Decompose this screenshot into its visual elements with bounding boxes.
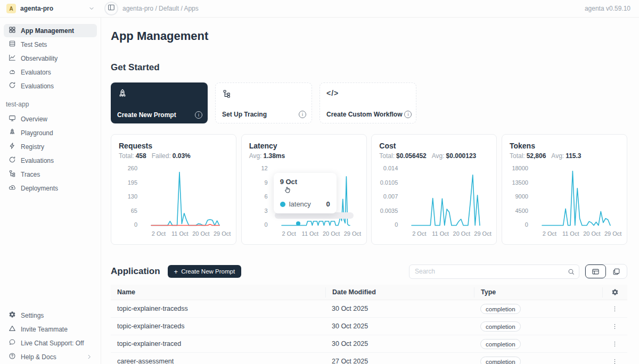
app-name: topic-explainer-traceds (111, 322, 325, 330)
flow-icon (222, 89, 306, 99)
card-label: Create New Prompt (117, 111, 176, 119)
stat: Avg:$0.000123 (432, 152, 477, 160)
sidebar-item-evaluations[interactable]: Evaluations (4, 79, 97, 93)
y-tick-label: 0 (395, 221, 398, 228)
sidebar-item-deployments[interactable]: Deployments (4, 181, 97, 195)
create-custom-workflow-card[interactable]: </> Create Custom Workflow i (320, 82, 416, 123)
application-heading: Application (111, 266, 160, 277)
sidebar-item-label: Traces (21, 171, 40, 178)
bolt-icon (9, 142, 16, 151)
info-icon[interactable]: i (404, 111, 412, 118)
table-header: Name Date Modified Type (111, 285, 627, 300)
gear-icon[interactable] (611, 288, 619, 296)
sidebar-item-label: Help & Docs (21, 353, 56, 361)
series-dot (280, 202, 285, 207)
get-started-heading: Get Started (111, 62, 627, 73)
row-menu-button[interactable] (611, 341, 618, 348)
y-tick-label: 130 (128, 193, 137, 200)
table-row[interactable]: topic-explainer-traceds 30 Oct 2025 comp… (111, 318, 627, 335)
set-up-tracing-card[interactable]: Set Up Tracing i (215, 82, 312, 123)
requests-plot: 260195130650 (119, 165, 228, 228)
type-badge: completion (480, 304, 521, 314)
sidebar-item-traces[interactable]: Traces (4, 168, 97, 181)
x-tick-label: 2 Oct (543, 230, 556, 237)
sidebar-collapse-button[interactable] (104, 2, 118, 15)
requests-chart-card: Requests Total:458 Failed:0.03% 26019513… (111, 134, 236, 245)
date-modified: 27 Oct 2025 (325, 358, 474, 364)
sidebar-item-observability[interactable]: Observability (4, 52, 97, 65)
y-tick-label: 9000 (515, 193, 528, 200)
sidebar-item-label: Deployments (21, 185, 58, 192)
latency-chart-card: Latency Avg:1.38ms 129630 2 Oct11 Oct20 … (241, 134, 367, 245)
y-tick-label: 0 (525, 221, 528, 228)
info-icon[interactable]: i (195, 111, 202, 119)
sidebar-item-invite-teammate[interactable]: Invite Teammate (4, 322, 97, 336)
workspace-selector[interactable]: A agenta-pro (0, 4, 101, 13)
search-input[interactable] (415, 268, 568, 275)
rocket-icon (117, 88, 202, 99)
tokens-chart-card: Tokens Total:52,806 Avg:115.3 1800013500… (502, 134, 627, 245)
stat: Total:52,806 (510, 152, 546, 160)
top-bar: A agenta-pro agenta-pro / Default / Apps… (0, 0, 639, 18)
sidebar-item-live-chat[interactable]: Live Chat Support: Off (4, 336, 97, 350)
sidebar-item-label: Live Chat Support: Off (21, 340, 84, 347)
type-badge: completion (480, 339, 521, 349)
row-menu-button[interactable] (611, 305, 618, 312)
sidebar-item-label: App Management (21, 27, 74, 35)
sidebar-item-help-docs[interactable]: Help & Docs (4, 350, 97, 363)
requests-line-chart (150, 167, 222, 226)
card-label: Create Custom Workflow (326, 111, 402, 118)
x-tick-label: 20 Oct (583, 230, 600, 237)
search-icon[interactable] (568, 268, 575, 275)
stat: Total:458 (119, 152, 146, 160)
sidebar-item-app-evaluations[interactable]: Evaluations (4, 154, 97, 167)
card-view-button[interactable] (606, 264, 627, 278)
tooltip-series: latency (289, 200, 311, 208)
cost-plot: 0.0140.01050.0070.00350 (379, 165, 489, 228)
x-tick-label: 29 Oct (214, 230, 231, 237)
table-view-button[interactable] (585, 264, 606, 278)
date-modified: 30 Oct 2025 (325, 305, 474, 312)
column-header-date-modified[interactable]: Date Modified (325, 287, 474, 297)
sidebar-item-settings[interactable]: Settings (4, 309, 97, 322)
y-tick-label: 13500 (512, 179, 528, 186)
create-new-prompt-card[interactable]: Create New Prompt i (111, 82, 208, 123)
cost-line-chart (411, 167, 482, 226)
app-name: topic-explainer-traced (111, 340, 325, 348)
hover-point (296, 221, 300, 226)
type-cell: completion (474, 305, 602, 312)
workspace-avatar: A (6, 4, 16, 13)
gear-icon (9, 311, 16, 320)
y-tick-label: 65 (131, 208, 137, 214)
sidebar-item-playground[interactable]: Playground (4, 126, 97, 139)
type-cell: completion (474, 340, 602, 348)
sidebar-item-label: Registry (21, 143, 44, 151)
grid-icon (9, 26, 16, 35)
x-tick-label: 20 Oct (453, 230, 470, 237)
sidebar-item-overview[interactable]: Overview (4, 112, 97, 126)
type-cell: completion (474, 358, 602, 364)
info-icon[interactable]: i (299, 111, 306, 118)
sidebar-item-registry[interactable]: Registry (4, 140, 97, 153)
monitor-icon (9, 114, 16, 123)
table-row[interactable]: career-assessment 27 Oct 2025 completion (111, 353, 627, 364)
column-header-name[interactable]: Name (111, 288, 325, 296)
sidebar-item-test-sets[interactable]: Test Sets (4, 38, 97, 51)
y-tick-label: 195 (128, 179, 137, 186)
sidebar-item-evaluators[interactable]: Evaluators (4, 65, 97, 79)
row-menu-button[interactable] (611, 358, 618, 364)
table-row[interactable]: topic-explainer-traced 30 Oct 2025 compl… (111, 335, 627, 353)
row-menu-button[interactable] (611, 323, 618, 330)
sidebar-item-label: Invite Teammate (21, 326, 68, 333)
stat: Avg:1.38ms (249, 152, 285, 160)
y-tick-label: 0 (265, 221, 268, 228)
breadcrumb[interactable]: agenta-pro / Default / Apps (122, 5, 199, 12)
search-box[interactable] (409, 264, 579, 279)
x-tick-label: 29 Oct (474, 230, 491, 237)
create-new-prompt-button[interactable]: + Create New Prompt (168, 265, 242, 278)
column-header-type[interactable]: Type (474, 287, 602, 297)
x-tick-label: 2 Oct (412, 230, 426, 237)
plus-icon: + (174, 268, 178, 276)
sidebar-item-app-management[interactable]: App Management (4, 24, 97, 37)
table-row[interactable]: topic-explainer-tracedss 30 Oct 2025 com… (111, 300, 627, 318)
